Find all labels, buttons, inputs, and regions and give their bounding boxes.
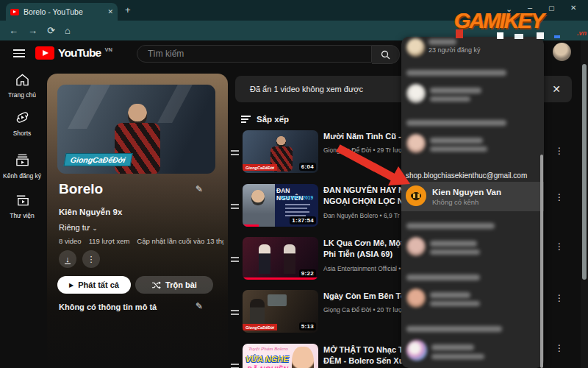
account-subtext: Không có kênh bbox=[432, 198, 478, 206]
playlist-thumbnail[interactable]: GiongCaĐểĐời bbox=[57, 85, 215, 174]
sidebar-item-label: Thư viện bbox=[0, 212, 44, 219]
blurred-account-name bbox=[430, 241, 477, 247]
browser-tab[interactable]: Borelo - YouTube ✕ bbox=[6, 3, 118, 21]
avatar bbox=[406, 289, 426, 308]
blurred-account-name bbox=[430, 138, 483, 144]
video-thumbnail[interactable]: GiongCaĐểĐời 6:04 bbox=[243, 130, 318, 173]
video-menu-button[interactable]: ⋮ bbox=[555, 293, 564, 303]
video-duration: 9:22 bbox=[299, 269, 316, 277]
sort-icon bbox=[241, 113, 251, 124]
avatar bbox=[406, 340, 427, 361]
page-scrollbar[interactable] bbox=[582, 64, 587, 280]
video-menu-button[interactable]: ⋮ bbox=[555, 192, 564, 202]
home-icon bbox=[15, 74, 29, 86]
library-icon bbox=[15, 193, 29, 207]
blurred-account-subtext bbox=[430, 250, 480, 255]
video-title-line1: ĐAN NGUYÊN HAY NH bbox=[323, 185, 410, 194]
subscriber-count: 23 người đăng ký bbox=[429, 46, 480, 54]
account-row-active[interactable]: Kien Nguyen Van Không có kênh bbox=[401, 182, 544, 211]
video-thumbnail[interactable]: 9:22 bbox=[243, 237, 318, 280]
youtube-favicon-icon bbox=[10, 9, 19, 15]
shuffle-label: Trộn bài bbox=[165, 280, 197, 289]
edit-description-icon[interactable]: ✎ bbox=[196, 301, 203, 311]
tab-close-icon[interactable]: ✕ bbox=[107, 8, 113, 15]
blurred-channel-name bbox=[429, 39, 456, 45]
video-duration: 5:13 bbox=[299, 322, 316, 330]
drag-handle[interactable] bbox=[231, 308, 239, 317]
sidebar-item-subscriptions[interactable]: Kênh đăng ký bbox=[0, 153, 44, 180]
banner-message: Đã ẩn 1 video không xem được bbox=[250, 85, 363, 93]
drag-handle[interactable] bbox=[231, 255, 239, 264]
privacy-label: Riêng tư bbox=[59, 223, 90, 232]
download-button[interactable]: ↓ bbox=[59, 250, 76, 268]
reload-button[interactable]: ⟳ bbox=[47, 21, 55, 40]
playlist-title: Borelo bbox=[59, 181, 103, 197]
video-menu-button[interactable]: ⋮ bbox=[555, 146, 564, 156]
blurred-email bbox=[406, 326, 502, 332]
avatar bbox=[406, 237, 426, 256]
menu-hamburger-button[interactable] bbox=[13, 47, 25, 60]
back-button[interactable]: ← bbox=[9, 21, 18, 40]
shuffle-button[interactable]: Trộn bài bbox=[135, 276, 213, 294]
avatar bbox=[406, 38, 425, 57]
edit-title-icon[interactable]: ✎ bbox=[196, 184, 203, 194]
watch-progress-bar bbox=[243, 224, 259, 227]
blurred-account-subtext bbox=[431, 354, 484, 359]
video-title-line2: NGOẠI CHỌN LỌC NH bbox=[323, 197, 409, 205]
drag-handle[interactable] bbox=[231, 148, 239, 158]
profile-avatar[interactable] bbox=[553, 43, 571, 61]
playlist-owner[interactable]: Kiên Nguyễn 9x bbox=[59, 208, 122, 216]
blurred-email bbox=[406, 275, 480, 280]
banner-close-icon[interactable]: ✕ bbox=[547, 79, 566, 99]
video-thumbnail[interactable]: Tuyệt Phẩm Bolero VỪA NGHE ĐÃ NGHIỀN bbox=[243, 344, 318, 368]
video-title-line2: ĐÊM - Bolero Sến Xưa bbox=[323, 356, 409, 365]
search-button[interactable] bbox=[372, 45, 400, 64]
play-all-button[interactable]: ▶ Phát tất cả bbox=[57, 276, 131, 294]
search-box[interactable] bbox=[137, 45, 372, 63]
new-tab-button[interactable]: + bbox=[125, 4, 131, 15]
youtube-logo[interactable]: YouTube VN bbox=[35, 46, 112, 60]
blurred-account-subtext bbox=[430, 146, 487, 152]
search-input[interactable] bbox=[146, 48, 362, 60]
window-restore-down-icon[interactable]: ⌄ bbox=[506, 4, 512, 14]
home-button[interactable]: ⌂ bbox=[65, 21, 71, 40]
youtube-logo-text: YouTube bbox=[58, 46, 101, 60]
video-menu-button[interactable]: ⋮ bbox=[555, 241, 564, 252]
sidebar-item-shorts[interactable]: Shorts bbox=[0, 110, 44, 137]
blurred-account-subtext bbox=[430, 301, 480, 306]
chevron-down-icon: ⌄ bbox=[92, 224, 98, 232]
thumbnail-text: VỪA NGHE bbox=[245, 355, 289, 364]
blurred-email bbox=[406, 223, 495, 229]
account-name: Kien Nguyen Van bbox=[432, 188, 501, 197]
no-description-text: Không có thông tin mô tả bbox=[59, 302, 157, 311]
window-close-icon[interactable]: ✕ bbox=[570, 3, 576, 13]
sidebar-item-label: Shorts bbox=[0, 130, 44, 137]
window-maximize-icon[interactable]: ▢ bbox=[548, 3, 555, 13]
video-title-line2: Phi Tiễn (ASIA 69) bbox=[323, 250, 392, 258]
drag-handle[interactable] bbox=[231, 202, 239, 211]
sort-button[interactable]: Sắp xếp bbox=[241, 113, 289, 126]
sidebar-item-library[interactable]: Thư viện bbox=[0, 193, 44, 219]
account-email: shop.blogchiasekienthuc@gmail.com bbox=[406, 171, 541, 180]
privacy-dropdown[interactable]: Riêng tư ⌄ bbox=[59, 223, 98, 232]
play-all-label: Phát tất cả bbox=[78, 280, 119, 289]
thumbnail-text: Tuyệt Phẩm Bolero bbox=[248, 346, 288, 352]
account-switcher-panel: 23 người đăng ký shop.blogchiasekienthuc… bbox=[401, 37, 544, 368]
playlist-more-button[interactable]: ⋮ bbox=[82, 250, 100, 268]
thumbnail-watermark-badge: GiongCaĐểĐời bbox=[243, 164, 277, 171]
video-count: 8 video bbox=[59, 237, 82, 245]
video-duration: 6:04 bbox=[299, 163, 316, 171]
window-minimize-icon[interactable]: – bbox=[528, 2, 532, 13]
video-thumbnail[interactable]: ĐAN NGUYÊN BOLERO 2019 1:37:54 bbox=[243, 184, 318, 227]
play-icon: ▶ bbox=[69, 282, 74, 289]
sidebar-item-home[interactable]: Trang chủ bbox=[0, 74, 44, 99]
avatar bbox=[406, 185, 426, 206]
forward-button[interactable]: → bbox=[28, 21, 37, 40]
sidebar-item-label: Trang chủ bbox=[0, 91, 44, 99]
panel-scrollbar[interactable] bbox=[540, 155, 543, 368]
video-menu-button[interactable]: ⋮ bbox=[555, 343, 564, 353]
shuffle-icon bbox=[151, 281, 161, 289]
video-thumbnail[interactable]: GiongCaĐểĐời 5:13 bbox=[243, 290, 318, 333]
drag-handle[interactable] bbox=[231, 361, 239, 368]
browser-tab-bar: Borelo - YouTube ✕ + ⌄ – ▢ ✕ bbox=[0, 0, 588, 21]
